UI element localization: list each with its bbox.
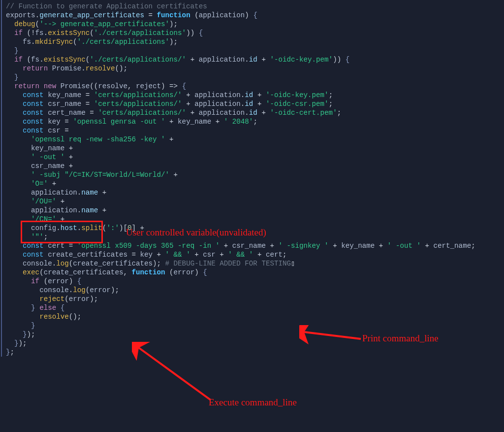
code-line: const csr = bbox=[6, 126, 504, 135]
code-line: } bbox=[6, 46, 504, 55]
code-line: resolve(); bbox=[6, 312, 504, 321]
code-line: '/OU=' + bbox=[6, 197, 504, 206]
code-line: exports.generate_app_certificates = func… bbox=[6, 11, 504, 20]
code-line: if (fs.existsSync('./certs/applications/… bbox=[6, 55, 504, 64]
code-line: console.log(error); bbox=[6, 286, 504, 295]
code-line: reject(error); bbox=[6, 295, 504, 303]
code-line: application.name + bbox=[6, 206, 504, 215]
code-line: application.name + bbox=[6, 188, 504, 197]
code-line: key_name + bbox=[6, 144, 504, 153]
code-line: '"'; bbox=[6, 233, 504, 241]
code-line: 'openssl req -new -sha256 -key ' + bbox=[6, 135, 504, 144]
annotation-exec-cmd: Execute command_line bbox=[209, 398, 297, 407]
code-line: ' -out ' + bbox=[6, 153, 504, 162]
code-line: const cert_name = 'certs/applications/' … bbox=[6, 108, 504, 117]
code-line: return Promise.resolve(); bbox=[6, 64, 504, 73]
code-line: 'O=' + bbox=[6, 179, 504, 188]
code-line: exec(create_certificates, function (erro… bbox=[6, 268, 504, 277]
code-line: debug('--> generate_app_certificates'); bbox=[6, 20, 504, 29]
code-line: fs.mkdirSync('./certs/applications'); bbox=[6, 37, 504, 46]
code-editor: // Function to generate Application cert… bbox=[1, 0, 504, 357]
code-line: }); bbox=[6, 330, 504, 339]
code-line: const key_name = 'certs/applications/' +… bbox=[6, 91, 504, 100]
code-line: } bbox=[6, 73, 504, 82]
code-line: } else { bbox=[6, 303, 504, 312]
code-line: // Function to generate Application cert… bbox=[6, 2, 504, 11]
code-line: if (error) { bbox=[6, 277, 504, 286]
code-line: const create_certificates = key + ' && '… bbox=[6, 250, 504, 259]
code-line: ' -subj "/C=IK/ST=World/L=World/' + bbox=[6, 170, 504, 179]
code-line: return new Promise((resolve, reject) => … bbox=[6, 82, 504, 91]
code-line: if (!fs.existsSync('./certs/applications… bbox=[6, 29, 504, 37]
code-line: const cert = 'openssl x509 -days 365 -re… bbox=[6, 241, 504, 250]
code-line: csr_name + bbox=[6, 162, 504, 170]
code-line: const key = 'openssl genrsa -out ' + key… bbox=[6, 117, 504, 126]
code-line: const csr_name = 'certs/applications/' +… bbox=[6, 100, 504, 108]
code-line: }; bbox=[6, 348, 504, 357]
code-line: '/CN=' + bbox=[6, 215, 504, 224]
code-line: } bbox=[6, 321, 504, 330]
code-line: }); bbox=[6, 339, 504, 348]
code-line: console.log(create_certificates); # DEBU… bbox=[6, 259, 504, 268]
code-line: config.host.split(':')[0] + bbox=[6, 224, 504, 233]
